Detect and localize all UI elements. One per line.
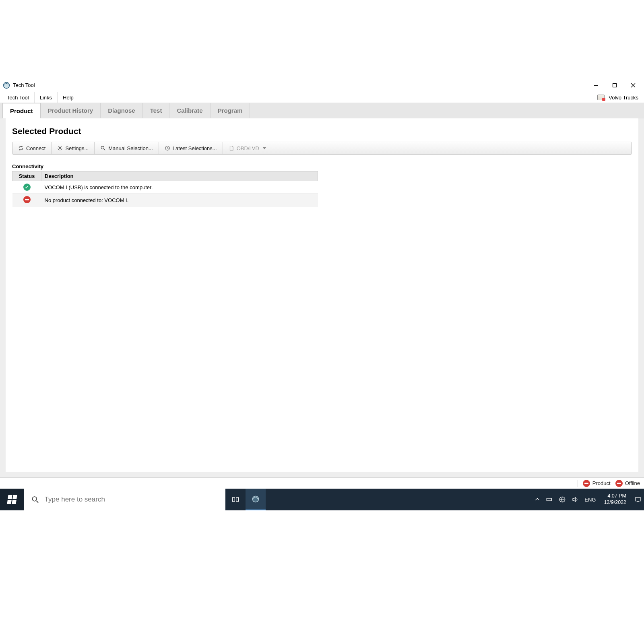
svg-rect-11 xyxy=(551,499,552,500)
taskbar-app-techtool[interactable] xyxy=(246,489,266,510)
svg-rect-1 xyxy=(594,85,598,86)
notifications-icon[interactable] xyxy=(634,496,642,503)
connectivity-table: Status Description ✓ VOCOM I (USB) is co… xyxy=(12,171,318,207)
status-offline-label: Offline xyxy=(625,480,640,486)
search-icon xyxy=(100,145,106,151)
svg-rect-8 xyxy=(236,497,239,502)
menu-links[interactable]: Links xyxy=(35,92,58,103)
search-icon xyxy=(31,495,39,504)
menu-tech-tool[interactable]: Tech Tool xyxy=(2,92,35,103)
manual-selection-button[interactable]: Manual Selection... xyxy=(95,142,159,154)
latest-selections-label: Latest Selections... xyxy=(173,145,217,151)
svg-point-3 xyxy=(60,147,61,149)
statusbar-divider xyxy=(578,480,578,487)
window-titlebar: Tech Tool xyxy=(0,78,644,92)
language-indicator[interactable]: ENG xyxy=(584,497,596,503)
status-product: Product xyxy=(583,480,611,487)
clock-date: 12/9/2022 xyxy=(604,500,626,506)
connect-label: Connect xyxy=(26,145,45,151)
menu-bar: Tech Tool Links Help Volvo Trucks xyxy=(0,92,644,103)
close-button[interactable] xyxy=(624,79,642,92)
windows-taskbar: ENG 4:07 PM 12/9/2022 xyxy=(0,489,644,510)
manual-selection-label: Manual Selection... xyxy=(108,145,153,151)
clock-time: 4:07 PM xyxy=(604,493,626,500)
row-description: VOCOM I (USB) is connected to the comput… xyxy=(41,181,318,194)
obd-lvd-button[interactable]: OBD/LVD xyxy=(223,142,632,154)
taskbar-search[interactable] xyxy=(24,489,225,510)
refresh-icon xyxy=(18,145,24,151)
start-button[interactable] xyxy=(0,489,24,510)
status-error-icon xyxy=(615,480,623,487)
status-ok-icon: ✓ xyxy=(23,184,31,191)
chevron-down-icon xyxy=(263,147,266,149)
gear-icon xyxy=(57,145,63,151)
document-icon xyxy=(229,145,234,151)
col-description: Description xyxy=(41,171,318,181)
svg-rect-10 xyxy=(547,498,551,501)
task-view-button[interactable] xyxy=(225,489,246,510)
table-row: No product connected to: VOCOM I. xyxy=(12,194,318,207)
svg-rect-13 xyxy=(636,497,640,501)
settings-button[interactable]: Settings... xyxy=(52,142,95,154)
windows-logo-icon xyxy=(7,495,17,504)
svg-point-4 xyxy=(101,146,104,149)
latest-selections-button[interactable]: Latest Selections... xyxy=(159,142,223,154)
minimize-button[interactable] xyxy=(587,79,605,92)
status-bar: Product Offline xyxy=(0,477,644,489)
col-status: Status xyxy=(12,171,41,181)
tab-test[interactable]: Test xyxy=(143,103,170,118)
row-description: No product connected to: VOCOM I. xyxy=(41,194,318,207)
svg-rect-2 xyxy=(613,83,617,87)
brand-text: Volvo Trucks xyxy=(609,95,638,101)
system-tray: ENG 4:07 PM 12/9/2022 xyxy=(266,489,644,510)
status-error-icon xyxy=(23,196,31,203)
page-title: Selected Product xyxy=(12,126,632,136)
product-toolbar: Connect Settings... Manual Selection... … xyxy=(12,142,632,155)
task-icons xyxy=(225,489,266,510)
tab-calibrate[interactable]: Calibrate xyxy=(169,103,210,118)
tab-product[interactable]: Product xyxy=(2,103,41,118)
obd-lvd-label: OBD/LVD xyxy=(237,145,259,151)
settings-label: Settings... xyxy=(65,145,89,151)
tab-diagnose[interactable]: Diagnose xyxy=(101,103,143,118)
task-view-icon xyxy=(231,495,239,504)
main-tabs: Product Product History Diagnose Test Ca… xyxy=(0,103,644,118)
brand-label: Volvo Trucks xyxy=(595,92,644,103)
battery-icon[interactable] xyxy=(546,496,553,503)
taskbar-clock[interactable]: 4:07 PM 12/9/2022 xyxy=(601,493,629,506)
page-body: Selected Product Connect Settings... Man… xyxy=(0,118,644,477)
svg-rect-7 xyxy=(233,497,235,502)
svg-point-6 xyxy=(32,497,37,501)
connectivity-label: Connectivity xyxy=(12,163,632,169)
tab-program[interactable]: Program xyxy=(211,103,250,118)
volume-icon[interactable] xyxy=(572,496,579,503)
maximize-button[interactable] xyxy=(605,79,624,92)
app-icon xyxy=(252,495,260,503)
svg-point-0 xyxy=(4,82,10,88)
app-icon xyxy=(3,82,10,89)
network-icon[interactable] xyxy=(559,496,566,503)
status-offline: Offline xyxy=(615,480,640,487)
tray-expand-icon[interactable] xyxy=(535,497,540,502)
brand-icon xyxy=(597,95,605,100)
search-input[interactable] xyxy=(45,495,218,504)
status-error-icon xyxy=(583,480,590,487)
table-row: ✓ VOCOM I (USB) is connected to the comp… xyxy=(12,181,318,194)
status-product-label: Product xyxy=(592,480,611,486)
tab-product-history[interactable]: Product History xyxy=(41,103,101,118)
clock-icon xyxy=(165,145,170,151)
menu-help[interactable]: Help xyxy=(58,92,79,103)
window-title: Tech Tool xyxy=(13,82,35,88)
connect-button[interactable]: Connect xyxy=(12,142,52,154)
